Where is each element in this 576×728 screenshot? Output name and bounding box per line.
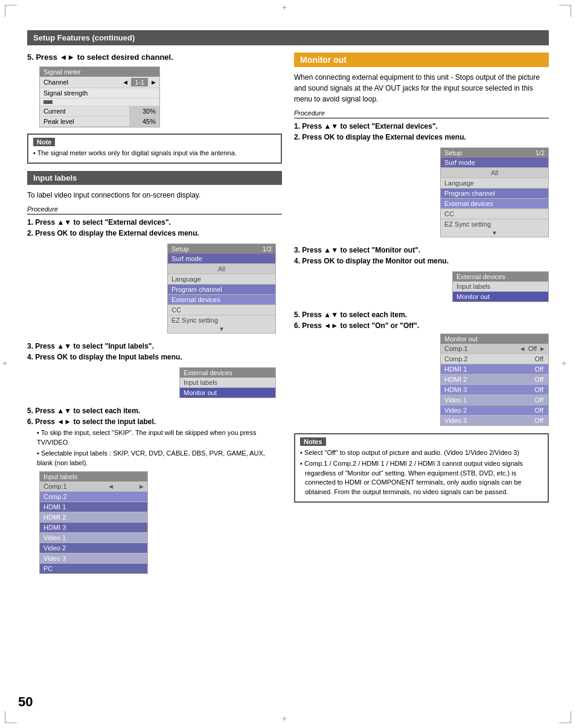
setup-menu-page-left: 1/2 [263,245,272,253]
signal-channel-row: Channel ◄ 1-1 ► [40,77,159,88]
input-item-video3: Video 3 [40,553,147,564]
corner-mark-br [559,711,571,723]
setup-menu-right-ezsync: EZ Sync setting [441,219,548,229]
signal-strength-label: Signal strength [40,88,159,98]
ext-item-monitor-out: Monitor out [180,388,275,398]
right-column: Monitor out When connecting external equ… [294,53,549,579]
input-item-hdmi1: HDMI 1 [40,502,147,512]
signal-bar-row [40,98,159,106]
mo-item-hdmi3: HDMI 3 Off [441,385,548,395]
corner-mark-bl [5,711,17,723]
input-item-video2: Video 2 [40,543,147,553]
setup-menu-right-surf: Surf mode [441,158,548,168]
setup-menu-right-lang: Language [441,178,548,188]
signal-peak-row: Peak level 45% [40,117,159,127]
mo-item-hdmi2: HDMI 2 Off [441,375,548,385]
note-text: The signal meter works only for digital … [33,149,276,158]
monitor-out-menu-title: Monitor out [441,334,548,344]
ext-devices-right: External devices Input labels Monitor ou… [452,271,549,302]
current-label: Current [40,106,129,116]
notes-title: Notes [300,437,326,446]
notes-box: Notes Select "Off" to stop output of pic… [294,433,549,503]
input-labels-menu-title: Input labels [40,472,147,482]
ext-right-input-labels: Input labels [453,282,548,292]
center-mark-left [5,361,12,368]
right-step1: 1. Press ▲▼ to select "External devices"… [294,122,549,130]
monitor-out-header: Monitor out [294,53,549,67]
note-item-1: Select "Off" to stop output of picture a… [300,448,543,457]
input-item-video1: Video 1 [40,533,147,543]
input-labels-description: To label video input connections for on-… [27,190,282,201]
center-mark-right [564,361,571,368]
setup-menu-item-extdev: External devices [168,295,275,305]
right-step4: 4. Press OK to display the Monitor out m… [294,257,549,265]
scroll-arrow-down-right: ▼ [441,229,548,237]
input-labels-section-title: Input labels [27,171,282,185]
channel-arrow-left: ◄ [122,79,129,86]
left-step3: 3. Press ▲▼ to select "Input labels". [27,342,282,350]
setup-menu-item-ezsync: EZ Sync setting [168,315,275,325]
setup-menu-item-lang: Language [168,274,275,285]
procedure-label-right: Procedure [294,109,549,118]
peak-value: 45% [129,117,159,126]
setup-menu-right: Setup 1/2 Surf mode All Language Program… [440,147,549,237]
step5-heading: 5. Press ◄► to select desired channel. [27,53,282,62]
left-step2: 2. Press OK to display the External devi… [27,229,282,237]
setup-menu-page-right: 1/2 [536,149,545,156]
note-box: Note The signal meter works only for dig… [27,134,282,164]
note-title: Note [33,138,55,146]
ext-devices-left: External devices Input labels Monitor ou… [179,367,276,398]
left-step4: 4. Press OK to display the Input labels … [27,353,282,361]
corner-mark-tl [5,5,17,17]
corner-mark-tr [559,5,571,17]
monitor-out-menu: Monitor out Comp.1 ◄ Off ► Comp.2 Off HD… [440,333,549,426]
peak-label: Peak level [40,117,129,126]
channel-value: 1-1 [131,78,148,86]
left-step6: 6. Press ◄► to select the input label. [27,417,282,426]
setup-menu-title-left: Setup [171,245,189,253]
right-step2: 2. Press OK to display the External devi… [294,133,549,141]
channel-label: Channel [42,79,120,86]
mo-item-comp2: Comp.2 Off [441,354,548,364]
input-item-hdmi2: HDMI 2 [40,512,147,523]
setup-menu-right-progch: Program channel [441,188,548,199]
center-mark-bottom [284,716,292,723]
right-step5: 5. Press ▲▼ to select each item. [294,311,549,319]
ext-right-monitor-out: Monitor out [453,292,548,301]
mo-item-hdmi1: HDMI 1 Off [441,364,548,375]
mo-item-comp1: Comp.1 ◄ Off ► [441,344,548,354]
mo-item-video3: Video 3 Off [441,416,548,425]
setup-menu-item-all: All [168,264,275,274]
signal-bar [43,100,53,104]
right-step6: 6. Press ◄► to select "On" or "Off". [294,321,549,330]
setup-menu-title-row-left: Setup 1/2 [168,244,275,254]
two-column-layout: 5. Press ◄► to select desired channel. S… [27,53,549,579]
center-mark-top [284,5,292,12]
mo-item-video1: Video 1 Off [441,395,548,405]
monitor-out-description: When connecting external equipment to th… [294,72,549,105]
setup-menu-item-cc: CC [168,305,275,315]
setup-menu-right-all: All [441,168,548,178]
procedure-label-left: Procedure [27,205,282,214]
signal-meter-box: Signal meter Channel ◄ 1-1 ► Signal stre… [39,66,160,127]
content-area: Setup Features (continued) 5. Press ◄► t… [27,30,549,579]
ext-devices-title-right: External devices [453,272,548,282]
setup-menu-right-extdev: External devices [441,199,548,209]
signal-meter-title: Signal meter [40,67,159,77]
note-item-2: Comp.1 / Comp.2 / HDMI 1 / HDMI 2 / HDMI… [300,459,543,497]
input-item-comp1: Comp.1 ◄ ► [40,482,147,492]
ext-devices-title-left: External devices [180,368,275,378]
scroll-arrow-down: ▼ [168,325,275,333]
left-step6-note2: Selectable input labels : SKIP, VCR, DVD… [27,449,282,468]
signal-current-row: Current 30% [40,106,159,117]
channel-arrow-right: ► [150,79,157,86]
ext-item-input-labels: Input labels [180,378,275,388]
setup-menu-item-progch: Program channel [168,285,275,295]
setup-menu-title-row-right: Setup 1/2 [441,148,548,158]
input-item-comp2: Comp.2 [40,492,147,502]
setup-menu-title-right: Setup [444,149,462,156]
current-value: 30% [129,106,159,116]
page-number: 50 [18,694,33,710]
left-step6-note1: To skip the input, select "SKIP". The in… [27,428,282,447]
mo-item-video2: Video 2 Off [441,405,548,416]
